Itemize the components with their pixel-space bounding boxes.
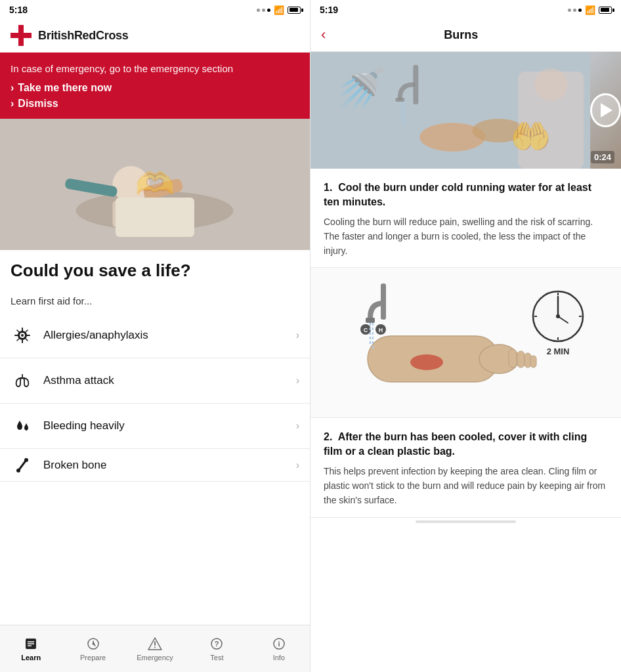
- play-triangle-icon: [601, 103, 612, 117]
- step-1-body: Cooling the burn will reduce pain, swell…: [324, 215, 608, 258]
- status-bar-right: 5:19 📶: [310, 0, 621, 18]
- back-button[interactable]: ‹: [321, 25, 331, 45]
- play-button[interactable]: [590, 93, 621, 127]
- wifi-icon-right: 📶: [585, 5, 595, 15]
- svg-rect-5: [113, 201, 150, 227]
- bleeding-label: Bleeding heavily: [43, 419, 296, 432]
- svg-rect-36: [395, 98, 404, 102]
- signal-dot-3: [267, 9, 270, 12]
- hero-image: [0, 119, 310, 250]
- signal-dots-right: [568, 9, 582, 12]
- step-1-number: 1.: [324, 182, 332, 193]
- nav-label-learn: Learn: [21, 654, 41, 662]
- signal-dot-2: [262, 9, 265, 12]
- svg-point-20: [24, 458, 28, 462]
- dismiss-button[interactable]: › Dismiss: [11, 98, 299, 110]
- status-icons-right: 📶: [568, 5, 612, 15]
- svg-point-29: [154, 647, 156, 648]
- brand-name: BritishRedCross: [38, 29, 129, 43]
- hero-caption: Could you save a life?: [0, 250, 310, 287]
- red-cross-logo: [11, 25, 32, 46]
- first-aid-list: Allergies/anaphylaxis › Asthma attack ›: [0, 313, 310, 625]
- signal-dots: [257, 9, 270, 12]
- step-1-title: 1. Cool the burn under cold running wate…: [324, 180, 608, 209]
- allergies-icon: [11, 324, 34, 347]
- signal-dot-r2: [573, 9, 576, 12]
- prepare-icon: [85, 636, 101, 652]
- learn-section-title: Learn first aid for...: [11, 295, 299, 306]
- list-item-broken-bone[interactable]: Broken bone ›: [0, 449, 310, 482]
- step-2-number: 2.: [324, 431, 332, 442]
- bottom-nav-left: Learn Prepare Emergency: [0, 625, 310, 672]
- nav-item-info[interactable]: i Info: [248, 625, 310, 672]
- list-item-allergies[interactable]: Allergies/anaphylaxis ›: [0, 313, 310, 358]
- svg-rect-1: [11, 33, 32, 38]
- step-1-section: 1. Cool the burn under cold running wate…: [310, 169, 621, 268]
- signal-dot-r1: [568, 9, 571, 12]
- test-icon: ?: [209, 636, 225, 652]
- list-item-asthma[interactable]: Asthma attack ›: [0, 358, 310, 404]
- svg-text:?: ?: [215, 640, 219, 648]
- dismiss-chevron-icon: ›: [11, 98, 14, 110]
- nav-label-emergency: Emergency: [137, 654, 173, 662]
- svg-rect-6: [142, 178, 184, 201]
- svg-text:H: H: [378, 327, 383, 333]
- nav-label-info: Info: [273, 654, 285, 662]
- wifi-icon: 📶: [274, 5, 284, 15]
- bone-icon: [11, 453, 34, 477]
- status-bar-left: 5:18 📶: [0, 0, 310, 18]
- emergency-banner: In case of emergency, go to the emergenc…: [0, 52, 310, 119]
- nav-item-learn[interactable]: Learn: [0, 625, 62, 672]
- asthma-icon: [11, 369, 34, 392]
- take-me-there-button[interactable]: › Take me there now: [11, 82, 299, 94]
- svg-point-19: [16, 469, 20, 472]
- svg-point-44: [410, 354, 443, 370]
- svg-point-4: [113, 166, 150, 203]
- svg-line-15: [17, 330, 19, 332]
- signal-dot-1: [257, 9, 260, 12]
- broken-bone-label: Broken bone: [43, 459, 296, 472]
- step-2-title: 2. After the burn has been cooled, cover…: [324, 430, 608, 458]
- hero-scene: [0, 119, 310, 250]
- nav-item-prepare[interactable]: Prepare: [62, 625, 123, 672]
- emergency-icon: [147, 636, 163, 652]
- burns-title: Burns: [331, 28, 591, 42]
- video-thumbnail[interactable]: 0:24: [310, 52, 621, 169]
- step-2-title-text: After the burn has been cooled, cover it…: [324, 431, 587, 457]
- svg-text:2 MIN: 2 MIN: [546, 346, 569, 356]
- right-panel: 5:19 📶 ‹ Burns: [310, 0, 621, 672]
- step-2-body: This helps prevent infection by keeping …: [324, 465, 608, 507]
- burns-header: ‹ Burns: [310, 18, 621, 52]
- battery-icon: [288, 7, 301, 14]
- bleeding-chevron-icon: ›: [296, 420, 299, 432]
- status-time-left: 5:18: [9, 5, 28, 15]
- svg-rect-46: [509, 349, 517, 368]
- video-scene: [310, 52, 590, 169]
- signal-dot-r3: [578, 9, 582, 12]
- list-item-bleeding[interactable]: Bleeding heavily ›: [0, 404, 310, 449]
- learn-icon: [23, 636, 39, 652]
- video-duration: 0:24: [591, 151, 614, 163]
- take-me-chevron-icon: ›: [11, 82, 14, 94]
- svg-text:C: C: [363, 327, 368, 333]
- nav-item-test[interactable]: ? Test: [186, 625, 247, 672]
- learn-section: Learn first aid for...: [0, 287, 310, 313]
- allergies-label: Allergies/anaphylaxis: [43, 329, 296, 342]
- app-header: BritishRedCross: [0, 18, 310, 52]
- step-2-section: 2. After the burn has been cooled, cover…: [310, 418, 621, 517]
- info-icon: i: [271, 636, 287, 652]
- emergency-banner-text: In case of emergency, go to the emergenc…: [11, 62, 299, 75]
- svg-rect-49: [530, 356, 536, 368]
- nav-label-prepare: Prepare: [80, 654, 106, 662]
- svg-rect-47: [517, 351, 525, 368]
- broken-bone-chevron-icon: ›: [296, 459, 299, 471]
- nav-label-test: Test: [210, 654, 223, 662]
- allergies-chevron-icon: ›: [296, 329, 299, 341]
- illustration-section: C H 2 MIN: [310, 268, 621, 418]
- svg-line-18: [17, 339, 19, 341]
- take-me-label: Take me there now: [18, 82, 112, 94]
- asthma-label: Asthma attack: [43, 374, 296, 387]
- svg-point-40: [472, 119, 525, 142]
- bleeding-icon: [11, 414, 34, 438]
- nav-item-emergency[interactable]: Emergency: [124, 625, 186, 672]
